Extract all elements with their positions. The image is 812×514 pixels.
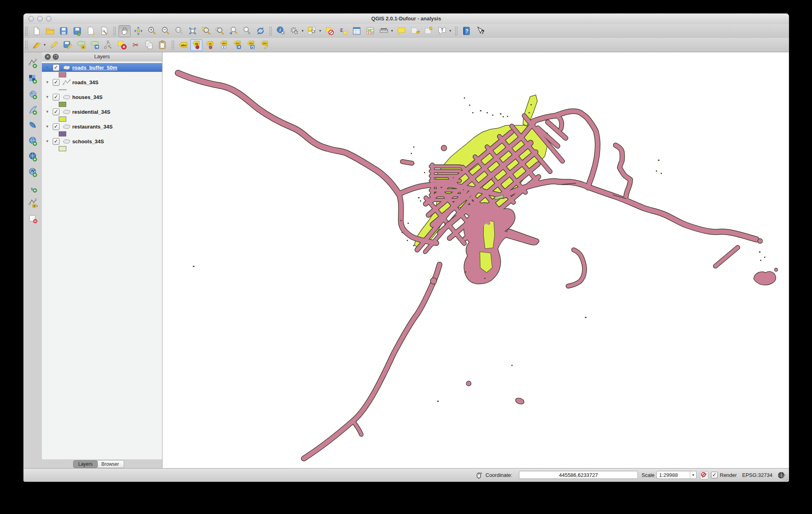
- measure-icon[interactable]: [378, 25, 390, 37]
- toolbar-handle[interactable]: [455, 26, 457, 36]
- coordinate-input[interactable]: 445586,6233727: [519, 471, 638, 479]
- expand-triangle-icon[interactable]: ▼: [46, 139, 53, 143]
- toolbar-handle[interactable]: [25, 26, 28, 36]
- node-tool-icon[interactable]: [102, 39, 114, 51]
- layer-item-roads-34s[interactable]: ▼ ✓ roads_34S: [42, 78, 162, 87]
- layer-checkbox[interactable]: ✓: [53, 94, 59, 101]
- expand-triangle-icon[interactable]: ▼: [46, 95, 53, 99]
- panel-float-icon[interactable]: ❐: [53, 54, 59, 60]
- layer-checkbox[interactable]: ✓: [53, 138, 59, 145]
- add-feature-icon[interactable]: ★: [75, 39, 87, 51]
- new-print-composer-icon[interactable]: ★: [85, 25, 97, 37]
- map-tips-icon[interactable]: [395, 25, 407, 37]
- new-project-icon[interactable]: [30, 25, 42, 37]
- toolbar-handle[interactable]: [171, 40, 174, 50]
- labeling-icon[interactable]: abc: [177, 39, 189, 51]
- new-shapefile-layer-icon[interactable]: ★: [27, 197, 39, 209]
- render-checkbox[interactable]: ✓: [711, 469, 718, 482]
- paste-features-icon[interactable]: [156, 39, 168, 51]
- zoom-native-icon[interactable]: 1:1: [173, 25, 185, 37]
- remove-layer-icon[interactable]: [27, 213, 39, 225]
- pan-map-icon[interactable]: [119, 25, 131, 37]
- zoom-last-icon[interactable]: [227, 25, 239, 37]
- save-project-as-icon[interactable]: [71, 25, 83, 37]
- run-feature-action-icon[interactable]: [288, 25, 300, 37]
- dropdown-arrow[interactable]: ▼: [301, 29, 304, 33]
- dropdown-arrow[interactable]: ▼: [449, 29, 452, 33]
- show-bookmarks-icon[interactable]: [422, 25, 434, 37]
- layer-checkbox[interactable]: ✓: [53, 123, 59, 130]
- new-bookmark-icon[interactable]: ★: [409, 25, 421, 37]
- expand-triangle-icon[interactable]: ▼: [46, 110, 53, 114]
- delete-selected-icon[interactable]: [116, 39, 128, 51]
- field-calculator-icon[interactable]: [364, 25, 376, 37]
- scale-combobox[interactable]: 1:29988 ▼: [656, 471, 697, 479]
- deselect-features-icon[interactable]: [323, 25, 335, 37]
- add-postgis-layer-icon[interactable]: [27, 88, 39, 100]
- zoom-next-icon[interactable]: [241, 25, 253, 37]
- layer-checkbox[interactable]: ✓: [53, 109, 59, 115]
- label-move-icon[interactable]: abc: [231, 39, 243, 51]
- zoom-to-selection-icon[interactable]: [200, 25, 212, 37]
- expand-triangle-icon[interactable]: ▼: [46, 65, 53, 69]
- layer-item-houses-34s[interactable]: ▼ ✓ houses_34S: [42, 93, 162, 101]
- composer-manager-icon[interactable]: [98, 25, 110, 37]
- whats-this-icon[interactable]: ?: [474, 25, 486, 37]
- layer-item-schools-34s[interactable]: ▼ ✓ schools_34S: [42, 137, 162, 146]
- pan-to-selection-icon[interactable]: [132, 25, 144, 37]
- add-wcs-layer-icon[interactable]: [27, 150, 39, 162]
- add-raster-layer-icon[interactable]: [27, 73, 39, 85]
- add-mssql-layer-icon[interactable]: [27, 119, 39, 131]
- add-wms-layer-icon[interactable]: [27, 135, 39, 147]
- layer-item-restaurants-34s[interactable]: ▼ ✓ restaurants_34S: [42, 122, 162, 131]
- zoom-out-icon[interactable]: −: [159, 25, 171, 37]
- toggle-editing-icon[interactable]: [48, 39, 60, 51]
- resize-grip[interactable]: [782, 474, 788, 481]
- open-attribute-table-icon[interactable]: [351, 25, 362, 37]
- layer-item-roads-buffer-50m[interactable]: ▼ ✓ roads_buffer_50m: [42, 63, 162, 72]
- layer-item-residential-34s[interactable]: ▼ ✓ residential_34S: [42, 107, 162, 116]
- zoom-in-icon[interactable]: +: [146, 25, 158, 37]
- move-feature-icon[interactable]: [89, 39, 101, 51]
- combo-arrow-icon[interactable]: ▼: [690, 471, 696, 478]
- stop-render-icon[interactable]: [700, 469, 709, 482]
- toolbar-handle[interactable]: [113, 26, 116, 36]
- label-pin-icon[interactable]: ab: [204, 39, 216, 51]
- label-rotate-icon[interactable]: abc: [245, 39, 257, 51]
- help-contents-icon[interactable]: ?: [460, 25, 472, 37]
- label-pin-selected-icon[interactable]: ab: [190, 39, 202, 51]
- save-layer-edits-icon[interactable]: [61, 39, 73, 51]
- tab-browser[interactable]: Browser: [96, 460, 124, 468]
- add-spatialite-layer-icon[interactable]: [27, 104, 39, 116]
- copy-features-icon[interactable]: [143, 39, 155, 51]
- cut-features-icon[interactable]: ✂: [129, 39, 141, 51]
- expand-triangle-icon[interactable]: ▼: [46, 80, 53, 84]
- current-edits-icon[interactable]: [30, 39, 42, 51]
- dropdown-arrow[interactable]: ▼: [390, 29, 394, 33]
- toolbar-handle[interactable]: [25, 40, 28, 50]
- save-project-icon[interactable]: [57, 25, 69, 37]
- add-vector-layer-icon[interactable]: [27, 57, 39, 69]
- select-features-icon[interactable]: [306, 25, 318, 37]
- expand-triangle-icon[interactable]: ▼: [46, 125, 53, 128]
- title-bar[interactable]: QGIS 2.0.1-Dufour - analysis: [24, 14, 789, 24]
- tab-layers[interactable]: Layers: [73, 460, 98, 468]
- label-properties-icon[interactable]: abc: [258, 39, 270, 51]
- dropdown-arrow[interactable]: ▼: [43, 43, 46, 47]
- identify-features-icon[interactable]: i: [275, 25, 287, 37]
- zoom-full-icon[interactable]: [186, 25, 198, 37]
- add-delimited-text-layer-icon[interactable]: ,: [27, 182, 39, 194]
- coordinate-toggle-icon[interactable]: [475, 469, 483, 482]
- refresh-map-icon[interactable]: [254, 25, 266, 37]
- layer-checkbox[interactable]: ✓: [53, 79, 59, 86]
- label-show-hide-icon[interactable]: abc: [218, 39, 230, 51]
- dropdown-arrow[interactable]: ▼: [319, 29, 322, 33]
- toolbar-handle[interactable]: [269, 26, 272, 36]
- map-canvas[interactable]: [162, 52, 789, 469]
- open-project-icon[interactable]: [44, 25, 56, 37]
- text-annotation-icon[interactable]: T: [436, 25, 448, 37]
- select-by-expression-icon[interactable]: ε: [337, 25, 349, 37]
- zoom-to-layer-icon[interactable]: [214, 25, 226, 37]
- layer-checkbox[interactable]: ✓: [53, 64, 59, 71]
- add-wfs-layer-icon[interactable]: [27, 166, 39, 178]
